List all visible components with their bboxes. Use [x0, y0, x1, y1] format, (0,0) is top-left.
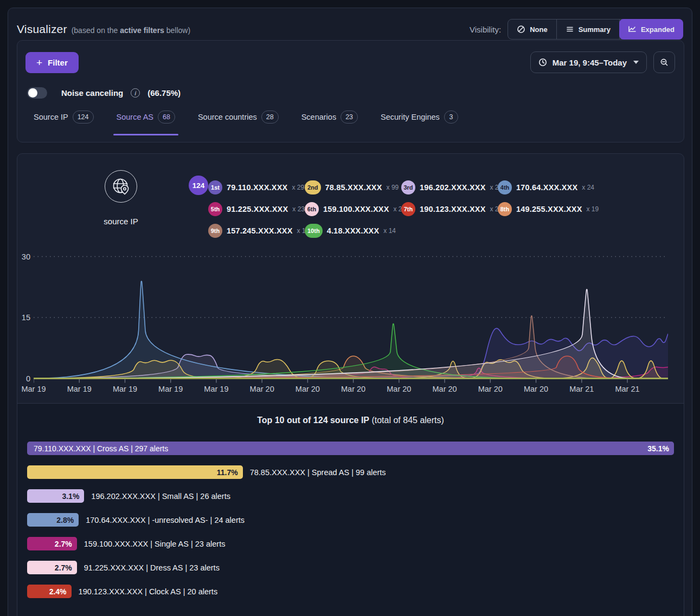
visualizer-panel: Visualizer (based on the active filters …: [8, 8, 692, 616]
entity-count-badge: 124: [189, 176, 208, 195]
summary-icon: [566, 25, 574, 34]
x-axis-tick-label: Mar 20: [517, 385, 555, 393]
bar-percent-label: 2.4%: [49, 585, 67, 598]
chevron-down-icon: [633, 61, 639, 64]
top10-bar[interactable]: 2.8%: [27, 513, 79, 527]
tab-scenarios[interactable]: Scenarios23: [301, 111, 358, 131]
date-range-value: Mar 19, 9:45–Today: [553, 58, 627, 67]
legend-ip: 149.255.XXX.XXX: [516, 205, 582, 213]
bar-label: 190.123.XXX.XXX | Clock AS | 20 alerts: [79, 587, 218, 596]
legend-item[interactable]: 4th170.64.XXX.XXXx 24: [498, 177, 594, 198]
legend-item[interactable]: 7th190.123.XXX.XXXx 20: [401, 198, 498, 220]
x-axis-tick-label: Mar 20: [288, 385, 326, 393]
bar-percent-label: 11.7%: [217, 465, 238, 479]
x-axis-tick-label: Mar 21: [608, 385, 646, 393]
tab-security-engines[interactable]: Security Engines3: [381, 111, 458, 131]
add-filter-button[interactable]: + Filter: [25, 52, 79, 73]
bar-label: 78.85.XXX.XXX | Spread AS | 99 alerts: [250, 468, 386, 477]
legend-item[interactable]: 9th157.245.XXX.XXXx 16: [208, 220, 305, 242]
magnifier-minus-icon: [660, 58, 669, 67]
legend-count: x 14: [383, 227, 396, 235]
legend-area: 124 source IP 1st79.110.XXX.XXXx 2972nd7…: [17, 154, 684, 255]
tab-count-badge: 3: [444, 111, 458, 124]
bar-label: 91.225.XXX.XXX | Dress AS | 23 alerts: [84, 563, 220, 572]
legend-item[interactable]: 2nd78.85.XXX.XXXx 99: [305, 177, 401, 198]
top10-bar[interactable]: 2.7%: [27, 537, 77, 550]
rank-chip: 3rd: [401, 180, 415, 194]
top10-bar-row: 2.4%190.123.XXX.XXX | Clock AS | 20 aler…: [27, 585, 674, 598]
visibility-expanded-button[interactable]: Expanded: [619, 19, 683, 40]
bar-label: 79.110.XXX.XXX | Cross AS | 297 alerts: [34, 442, 168, 455]
legend-count: x 19: [587, 205, 599, 213]
chart-panel: 124 source IP 1st79.110.XXX.XXXx 2972nd7…: [17, 153, 684, 616]
legend-count: x 24: [582, 184, 594, 191]
x-axis-tick-label: Mar 20: [243, 385, 281, 393]
legend-count: x 99: [387, 184, 399, 191]
legend-ip: 157.245.XXX.XXX: [227, 226, 293, 235]
bar-percent-label: 35.1%: [647, 442, 669, 455]
date-range-picker[interactable]: Mar 19, 9:45–Today: [530, 51, 647, 73]
rank-chip: 4th: [498, 180, 512, 194]
x-axis-labels: Mar 19Mar 19Mar 19Mar 19Mar 19Mar 20Mar …: [34, 384, 668, 397]
info-icon[interactable]: i: [131, 88, 140, 98]
tab-source-as[interactable]: Source AS68: [117, 111, 175, 131]
top10-bar[interactable]: 35.1%79.110.XXX.XXX | Cross AS | 297 ale…: [27, 442, 674, 455]
top-sources-legend: 1st79.110.XXX.XXXx 2972nd78.85.XXX.XXXx …: [208, 177, 594, 242]
x-axis-tick-label: Mar 19: [152, 385, 190, 393]
legend-count: x 23: [292, 205, 305, 213]
tab-count-badge: 23: [341, 111, 358, 124]
none-icon: [517, 25, 525, 34]
x-axis-tick-label: Mar 20: [426, 385, 464, 393]
bar-percent-label: 3.1%: [62, 489, 79, 503]
top10-bar[interactable]: 11.7%: [27, 465, 243, 479]
globe-pin-icon: [105, 170, 137, 203]
noise-canceling-label: Noise canceling: [61, 88, 123, 98]
tab-count-badge: 124: [73, 111, 94, 124]
legend-item[interactable]: 8th149.255.XXX.XXXx 19: [498, 198, 594, 220]
legend-item[interactable]: 3rd196.202.XXX.XXXx 26: [401, 177, 498, 198]
top10-section: Top 10 out of 124 source IP (total of 84…: [17, 404, 684, 616]
legend-item[interactable]: 5th91.225.XXX.XXXx 23: [208, 198, 305, 220]
y-axis-tick-label: 15: [17, 313, 30, 322]
visibility-none-button[interactable]: None: [508, 20, 557, 39]
x-axis-tick-label: Mar 19: [60, 385, 98, 393]
legend-item[interactable]: 10th4.18.XXX.XXXx 14: [305, 220, 401, 242]
x-axis-tick-label: Mar 20: [471, 385, 509, 393]
noise-canceling-toggle[interactable]: [27, 87, 47, 99]
top10-bar[interactable]: 2.7%: [27, 561, 77, 574]
legend-ip: 159.100.XXX.XXX: [323, 205, 389, 213]
top10-bar-row: 3.1%196.202.XXX.XXX | Small AS | 26 aler…: [27, 489, 674, 503]
page-subtitle: (based on the active filters bellow): [72, 26, 190, 35]
filter-tabs: Source IP124Source AS68Source countries2…: [17, 99, 684, 131]
top10-title: Top 10 out of 124 source IP (total of 84…: [27, 416, 674, 425]
tab-source-countries[interactable]: Source countries28: [198, 111, 279, 131]
timeseries-chart[interactable]: 01530: [34, 256, 668, 384]
clock-icon: [538, 58, 547, 67]
bar-label: 170.64.XXX.XXX | -unresolved AS- | 24 al…: [86, 516, 245, 524]
legend-item[interactable]: 6th159.100.XXX.XXXx 23: [305, 198, 401, 220]
legend-ip: 91.225.XXX.XXX: [227, 205, 288, 213]
tab-count-badge: 28: [261, 111, 279, 124]
toggle-knob: [28, 88, 37, 98]
top10-bar-row: 2.7%159.100.XXX.XXX | Single AS | 23 ale…: [27, 537, 674, 550]
bar-percent-label: 2.8%: [56, 513, 74, 527]
legend-ip: 4.18.XXX.XXX: [327, 226, 380, 235]
top10-bar[interactable]: 3.1%: [27, 489, 84, 503]
legend-ip: 196.202.XXX.XXX: [420, 183, 486, 192]
legend-ip: 190.123.XXX.XXX: [420, 205, 486, 213]
x-axis-tick-label: Mar 21: [563, 385, 601, 393]
rank-chip: 1st: [208, 180, 222, 194]
top10-bar[interactable]: 2.4%: [27, 585, 72, 598]
visibility-summary-button[interactable]: Summary: [557, 20, 620, 39]
rank-chip: 5th: [208, 202, 222, 216]
top10-bars: 35.1%79.110.XXX.XXX | Cross AS | 297 ale…: [27, 442, 674, 598]
page-title: Visualizer: [17, 23, 67, 36]
tab-count-badge: 68: [158, 111, 175, 124]
zoom-out-button[interactable]: [653, 51, 675, 73]
tab-source-ip[interactable]: Source IP124: [34, 111, 94, 131]
legend-item[interactable]: 1st79.110.XXX.XXXx 297: [208, 177, 305, 198]
visibility-label: Visibility:: [470, 25, 501, 34]
bar-label: 196.202.XXX.XXX | Small AS | 26 alerts: [91, 492, 230, 501]
x-axis-tick-label: Mar 19: [197, 385, 235, 393]
bar-percent-label: 2.7%: [55, 561, 72, 574]
